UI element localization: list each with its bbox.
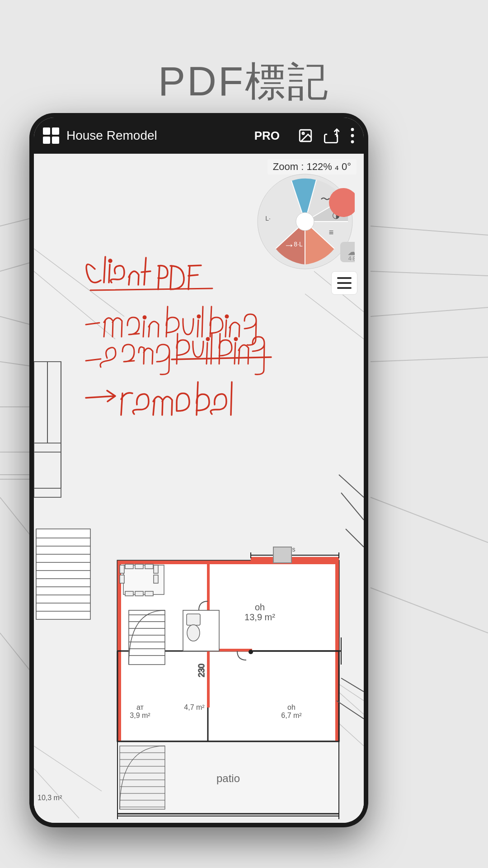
svg-text:230: 230	[197, 664, 206, 677]
svg-line-10	[371, 497, 488, 542]
svg-text:8·L: 8·L	[294, 241, 303, 248]
svg-point-88	[206, 338, 209, 340]
svg-line-2	[0, 316, 34, 326]
svg-text:13,9 m²: 13,9 m²	[244, 612, 275, 622]
svg-point-71	[109, 259, 112, 262]
top-bar: House Remodel PRO	[34, 118, 364, 154]
svg-line-83	[225, 320, 226, 337]
zoom-number: ₄	[335, 161, 342, 172]
svg-line-8	[371, 357, 488, 362]
svg-line-3	[0, 362, 32, 366]
toolbar-icons	[298, 128, 355, 143]
svg-rect-108	[125, 564, 133, 569]
svg-line-5	[371, 226, 488, 235]
phone-screen: House Remodel PRO	[34, 118, 364, 823]
hamburger-line-3	[337, 287, 352, 289]
svg-rect-113	[125, 591, 133, 596]
svg-point-77	[143, 316, 146, 319]
app-title: House Remodel	[66, 128, 254, 143]
svg-point-17	[302, 132, 304, 134]
page-title: PDF標記	[0, 54, 488, 109]
svg-rect-105	[207, 649, 210, 708]
svg-text:≡: ≡	[329, 228, 334, 237]
svg-rect-116	[120, 565, 124, 573]
svg-rect-129	[187, 614, 200, 625]
svg-text:6,7 m²: 6,7 m²	[281, 712, 302, 719]
svg-rect-146	[273, 547, 291, 563]
svg-text:3,9 m²: 3,9 m²	[130, 712, 150, 719]
hamburger-line-2	[337, 282, 352, 284]
svg-text:oh: oh	[255, 602, 265, 612]
more-icon[interactable]	[350, 128, 355, 143]
image-icon[interactable]	[298, 128, 313, 143]
svg-line-79	[197, 320, 198, 337]
svg-line-81	[202, 307, 203, 337]
svg-line-96	[231, 382, 232, 415]
svg-text:L·: L·	[265, 215, 271, 222]
svg-line-90	[219, 334, 220, 364]
svg-point-143	[249, 650, 253, 654]
svg-point-21	[351, 140, 354, 143]
svg-rect-115	[145, 591, 153, 596]
svg-rect-110	[145, 564, 153, 569]
svg-rect-57	[36, 529, 90, 619]
svg-line-76	[143, 321, 144, 337]
svg-point-130	[187, 625, 200, 641]
grid-icon[interactable]	[43, 127, 59, 144]
svg-text:4·8: 4·8	[348, 255, 355, 262]
svg-rect-151	[120, 746, 165, 809]
pro-badge: PRO	[254, 129, 280, 143]
svg-text:patio: patio	[216, 772, 240, 784]
svg-line-89	[211, 334, 212, 364]
svg-rect-98	[117, 561, 339, 564]
share-icon[interactable]	[324, 128, 339, 143]
svg-line-1	[0, 262, 32, 271]
hamburger-line-1	[337, 277, 352, 279]
svg-text:oh: oh	[287, 703, 296, 711]
svg-line-11	[371, 588, 488, 633]
svg-line-87	[206, 343, 207, 364]
hamburger-button[interactable]	[331, 271, 357, 295]
svg-line-6	[371, 271, 488, 276]
svg-text:ат: ат	[136, 703, 144, 711]
svg-text:4,7 m²: 4,7 m²	[184, 703, 205, 711]
svg-text:〜: 〜	[320, 193, 330, 205]
zoom-value: 122%	[306, 161, 332, 172]
svg-point-30	[296, 212, 314, 231]
svg-rect-109	[135, 564, 143, 569]
svg-line-91	[235, 343, 235, 364]
phone-device: House Remodel PRO	[29, 113, 368, 827]
svg-line-73	[141, 271, 150, 272]
zoom-label: Zoom :	[273, 161, 304, 172]
svg-rect-120	[129, 610, 165, 665]
svg-point-20	[351, 134, 354, 137]
content-area[interactable]: Zoom : 122% ₄ 0°	[34, 154, 364, 823]
svg-text:s: s	[292, 546, 296, 553]
svg-rect-111	[154, 565, 158, 573]
zoom-rotation: 0°	[342, 161, 351, 172]
svg-point-80	[197, 315, 200, 318]
radial-menu[interactable]: 〜 ◑ ≡ → 8·L ☁ 4·8 L·	[255, 172, 355, 271]
svg-point-84	[225, 315, 228, 318]
svg-rect-101	[251, 557, 339, 561]
svg-text:→: →	[284, 239, 295, 251]
svg-rect-114	[135, 591, 143, 596]
svg-rect-117	[120, 575, 124, 583]
svg-line-70	[109, 264, 110, 283]
svg-point-19	[351, 128, 354, 131]
svg-rect-112	[154, 575, 158, 583]
svg-point-92	[235, 338, 237, 340]
svg-text:10,3 m²: 10,3 m²	[38, 794, 62, 802]
svg-line-7	[371, 307, 488, 316]
